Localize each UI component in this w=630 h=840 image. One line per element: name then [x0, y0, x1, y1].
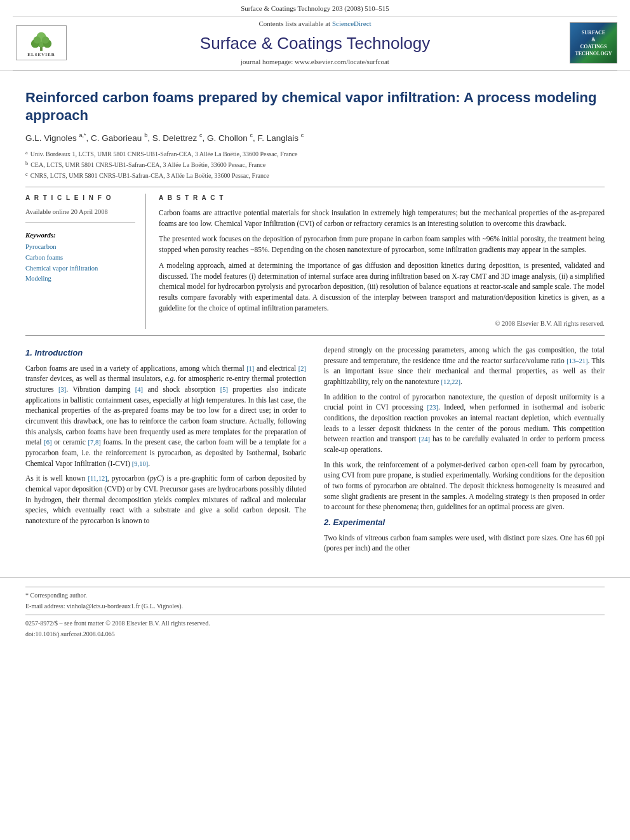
- intro-para-3: depend strongly on the processing parame…: [324, 345, 605, 387]
- ref-13-21[interactable]: [13–21]: [566, 357, 587, 364]
- ref-6[interactable]: [6]: [44, 439, 51, 446]
- keyword-pyrocarbon: Pyrocarbon: [25, 243, 135, 252]
- ref-23[interactable]: [23]: [427, 404, 439, 411]
- ref-3[interactable]: [3]: [58, 386, 66, 393]
- intro-para-5: In this work, the reinforcement of a pol…: [324, 460, 605, 512]
- affiliation-b-text: CEA, LCTS, UMR 5801 CNRS-UB1-Safran-CEA,…: [30, 160, 265, 170]
- main-content: Reinforced carbon foams prepared by chem…: [0, 71, 630, 571]
- intro-para-4: In addition to the control of pyrocarbon…: [324, 392, 605, 455]
- ref-2[interactable]: [2]: [298, 365, 306, 372]
- affiliation-sup-a: a: [25, 149, 28, 159]
- affiliation-b: b CEA, LCTS, UMR 5801 CNRS-UB1-Safran-CE…: [25, 160, 605, 170]
- affiliation-sup-b: b: [25, 160, 28, 170]
- ref-11-12[interactable]: [11,12]: [88, 475, 107, 482]
- journal-header: Surface & Coatings Technology 203 (2008)…: [0, 0, 630, 71]
- keyword-modeling: Modeling: [25, 274, 135, 284]
- copyright-line: © 2008 Elsevier B.V. All rights reserved…: [159, 319, 605, 329]
- affiliation-c: c CNRS, LCTS, UMR 5801 CNRS-UB1-Safran-C…: [25, 171, 605, 180]
- journal-banner: ELSEVIER Contents lists available at Sci…: [13, 16, 617, 70]
- issn-line: 0257-8972/$ – see front matter © 2008 El…: [25, 619, 605, 628]
- journal-top-line: Surface & Coatings Technology 203 (2008)…: [13, 4, 617, 16]
- keywords-label: Keywords:: [25, 230, 135, 240]
- affiliation-a: a Univ. Bordeaux 1, LCTS, UMR 5801 CNRS-…: [25, 149, 605, 159]
- section-title-experimental: 2. Experimental: [324, 517, 605, 529]
- svg-point-5: [34, 36, 41, 43]
- ref-24[interactable]: [24]: [419, 436, 430, 443]
- surface-coatings-logo-icon: SURFACE&COATINGSTECHNOLOGY: [570, 22, 617, 63]
- body-right-col: depend strongly on the processing parame…: [324, 345, 605, 558]
- elsevier-label: ELSEVIER: [27, 52, 55, 58]
- affiliations: a Univ. Bordeaux 1, LCTS, UMR 5801 CNRS-…: [25, 149, 605, 180]
- journal-logo-left: ELSEVIER: [13, 25, 70, 60]
- article-info-column: A R T I C L E I N F O Available online 2…: [25, 194, 146, 329]
- abstract-para-2: The presented work focuses on the deposi…: [159, 234, 605, 255]
- contents-available-line: Contents lists available at ScienceDirec…: [70, 19, 560, 29]
- body-content: 1. Introduction Carbon foams are used in…: [25, 345, 605, 558]
- authors-line: G.L. Vignoles a,*, C. Gaborieau b, S. De…: [25, 131, 605, 144]
- journal-homepage: journal homepage: www.elsevier.com/locat…: [70, 57, 560, 67]
- ref-12-22[interactable]: [12,22]: [441, 378, 460, 385]
- journal-logo-right: SURFACE&COATINGSTECHNOLOGY: [560, 22, 617, 63]
- abstract-para-3: A modeling approach, aimed at determinin…: [159, 260, 605, 313]
- body-divider: [25, 335, 605, 336]
- experimental-para-1: Two kinds of vitreous carbon foam sample…: [324, 533, 605, 554]
- keyword-carbon-foams: Carbon foams: [25, 253, 135, 263]
- svg-point-6: [42, 36, 49, 43]
- abstract-text: Carbon foams are attractive potential ma…: [159, 208, 605, 313]
- journal-title: Surface & Coatings Technology: [70, 32, 560, 55]
- article-info-label: A R T I C L E I N F O: [25, 194, 135, 203]
- affiliation-c-text: CNRS, LCTS, UMR 5801 CNRS-UB1-Safran-CEA…: [30, 171, 269, 180]
- intro-para-2: As it is well known [11,12], pyrocarbon …: [25, 473, 306, 526]
- ref-5[interactable]: [5]: [220, 386, 228, 393]
- journal-center: Contents lists available at ScienceDirec…: [70, 19, 560, 67]
- body-left-col: 1. Introduction Carbon foams are used in…: [25, 345, 306, 558]
- abstract-column: A B S T R A C T Carbon foams are attract…: [159, 194, 605, 329]
- doi-line: doi:10.1016/j.surfcoat.2008.04.065: [25, 630, 605, 639]
- corresponding-author-note: * Corresponding author.: [25, 591, 605, 600]
- contents-text: Contents lists available at: [258, 20, 332, 27]
- ref-1[interactable]: [1]: [246, 365, 254, 372]
- elsevier-logo: ELSEVIER: [16, 25, 67, 60]
- affiliation-sup-c: c: [25, 171, 28, 180]
- body-two-col: 1. Introduction Carbon foams are used in…: [25, 345, 605, 558]
- page-container: Surface & Coatings Technology 203 (2008)…: [0, 0, 630, 644]
- abstract-para-1: Carbon foams are attractive potential ma…: [159, 208, 605, 229]
- ref-7-8[interactable]: [7,8]: [88, 439, 101, 446]
- email-line: E-mail address: vinhola@lcts.u-bordeaux1…: [25, 602, 605, 611]
- affiliation-a-text: Univ. Bordeaux 1, LCTS, UMR 5801 CNRS-UB…: [30, 149, 298, 159]
- ref-4[interactable]: [4]: [135, 386, 143, 393]
- page-footer: * Corresponding author. E-mail address: …: [0, 577, 630, 644]
- article-info-abstract: A R T I C L E I N F O Available online 2…: [25, 194, 605, 329]
- keyword-cvi: Chemical vapor infiltration: [25, 264, 135, 274]
- logo-text: SURFACE&COATINGSTECHNOLOGY: [575, 29, 612, 58]
- abstract-label: A B S T R A C T: [159, 194, 605, 203]
- section-title-intro: 1. Introduction: [25, 347, 306, 359]
- footer-divider-mid: [25, 615, 605, 615]
- article-title: Reinforced carbon foams prepared by chem…: [25, 89, 605, 125]
- sciencedirect-link[interactable]: ScienceDirect: [332, 20, 372, 27]
- intro-para-1: Carbon foams are used in a variety of ap…: [25, 363, 306, 469]
- author-sup-a: a,*: [79, 132, 86, 138]
- footer-divider-top: [25, 587, 605, 587]
- author-sup-c3: c: [301, 132, 304, 138]
- elsevier-tree-icon: [25, 28, 57, 52]
- ref-9-10[interactable]: [9,10]: [132, 460, 148, 467]
- header-divider: [25, 187, 605, 187]
- available-online: Available online 20 April 2008: [25, 208, 135, 223]
- author-vignoles: G.L. Vignoles: [25, 133, 79, 142]
